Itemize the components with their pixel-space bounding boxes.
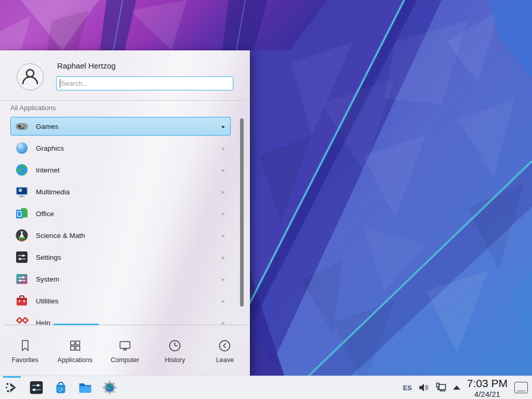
- submenu-arrow-icon: ▸: [222, 210, 225, 217]
- globe-icon: [15, 163, 29, 177]
- taskbar-panel: ES 7:03 PM 4/24/21: [0, 376, 532, 399]
- submenu-arrow-icon: ▸: [222, 189, 225, 195]
- category-label: Science & Math: [36, 232, 85, 240]
- graphics-sphere-icon: [15, 141, 29, 155]
- tab-applications[interactable]: Applications: [50, 326, 100, 376]
- submenu-arrow-icon: ▸: [222, 298, 225, 304]
- leave-circle-icon: [218, 339, 232, 353]
- show-desktop-glyph: [517, 391, 525, 392]
- clock-time: 7:03 PM: [467, 378, 508, 389]
- category-label: Internet: [36, 166, 60, 174]
- digital-clock[interactable]: 7:03 PM 4/24/21: [467, 378, 508, 398]
- category-row-graphics[interactable]: Graphics ▸: [10, 139, 231, 157]
- system-sliders-icon: [15, 272, 29, 286]
- submenu-arrow-icon: ▸: [222, 167, 225, 174]
- wired-network-icon[interactable]: [435, 381, 447, 394]
- category-row-help[interactable]: Help ▸: [10, 313, 231, 325]
- system-settings-icon: [28, 379, 45, 396]
- desktop: Raphael Hertzog All Applications: [0, 0, 532, 399]
- category-label: Multimedia: [36, 188, 70, 196]
- bookmark-icon: [18, 339, 32, 353]
- discover-icon: [52, 379, 69, 396]
- active-tab-underline: [54, 324, 99, 325]
- category-row-settings[interactable]: Settings ▸: [10, 248, 231, 267]
- search-input[interactable]: [56, 76, 233, 90]
- user-icon: [17, 64, 43, 90]
- category-row-internet[interactable]: Internet ▸: [10, 161, 231, 179]
- category-row-science-math[interactable]: Science & Math ▸: [10, 226, 231, 245]
- dolphin-folder-icon: [77, 379, 94, 396]
- wallpaper-magenta-strip: [0, 0, 327, 50]
- gamepad-icon: [15, 119, 29, 133]
- section-label: All Applications: [10, 104, 56, 112]
- science-flask-icon: [15, 229, 29, 242]
- clock-date: 4/24/21: [467, 390, 508, 398]
- category-row-system[interactable]: System ▸: [10, 270, 231, 288]
- category-row-games[interactable]: Games ▸: [10, 117, 231, 136]
- kde-launcher-icon: [4, 379, 20, 396]
- category-row-utilities[interactable]: Utilities ▸: [10, 291, 231, 310]
- category-label: Graphics: [36, 144, 64, 152]
- expand-tray-arrow-icon[interactable]: [453, 385, 460, 390]
- monitor-icon: [118, 339, 132, 353]
- volume-icon[interactable]: [418, 382, 429, 393]
- submenu-arrow-icon: ▸: [222, 232, 225, 239]
- application-launcher-menu: Raphael Hertzog All Applications: [0, 50, 250, 376]
- tab-favorites[interactable]: Favorites: [0, 326, 50, 376]
- user-avatar[interactable]: [17, 63, 44, 90]
- category-row-multimedia[interactable]: Multimedia ▸: [10, 182, 231, 201]
- category-label: Games: [36, 123, 59, 130]
- submenu-arrow-icon: ▸: [222, 123, 225, 130]
- list-scrollbar[interactable]: [240, 118, 244, 307]
- launcher-header: Raphael Hertzog: [0, 50, 250, 100]
- show-desktop-button[interactable]: [514, 382, 528, 393]
- utilities-toolbox-icon: [15, 294, 29, 308]
- category-label: Utilities: [36, 297, 59, 305]
- category-label: Settings: [36, 254, 61, 261]
- submenu-arrow-icon: ▸: [222, 320, 225, 325]
- category-list: Games ▸ Graphics ▸: [10, 115, 231, 325]
- divider: [0, 100, 250, 101]
- tab-label: Computer: [111, 356, 139, 364]
- kde-launcher-button[interactable]: [3, 379, 21, 396]
- tab-history[interactable]: History: [150, 326, 200, 376]
- multimedia-monitor-icon: [15, 185, 29, 198]
- category-label: Help: [36, 319, 50, 325]
- discover-button[interactable]: [52, 379, 70, 396]
- submenu-arrow-icon: ▸: [222, 276, 225, 283]
- clock-icon: [168, 339, 182, 353]
- settings-sliders-icon: [15, 250, 29, 264]
- system-settings-button[interactable]: [28, 379, 45, 396]
- file-manager-button[interactable]: [76, 379, 94, 396]
- web-browser-button[interactable]: [101, 379, 118, 396]
- system-tray: ES 7:03 PM 4/24/21: [403, 378, 529, 398]
- category-row-office[interactable]: Office ▸: [10, 204, 231, 223]
- tab-label: Leave: [216, 356, 234, 364]
- text-caret: [60, 79, 60, 88]
- office-documents-icon: [15, 207, 29, 220]
- tab-leave[interactable]: Leave: [200, 326, 250, 376]
- tab-label: Favorites: [11, 356, 38, 364]
- submenu-arrow-icon: ▸: [222, 254, 225, 261]
- browser-globe-icon: [101, 379, 118, 396]
- divider: [3, 325, 247, 325]
- category-label: System: [36, 275, 59, 283]
- active-task-indicator: [3, 376, 21, 378]
- tab-label: History: [165, 356, 185, 364]
- tab-label: Applications: [58, 356, 92, 364]
- submenu-arrow-icon: ▸: [222, 145, 225, 152]
- category-label: Office: [36, 210, 54, 218]
- keyboard-layout-indicator[interactable]: ES: [403, 384, 411, 392]
- help-lifebuoy-icon: [15, 316, 29, 325]
- launcher-tabbar: Favorites Applications Computer: [0, 326, 250, 376]
- app-grid-icon: [68, 339, 82, 353]
- tab-computer[interactable]: Computer: [100, 326, 150, 376]
- user-name: Raphael Hertzog: [57, 61, 116, 70]
